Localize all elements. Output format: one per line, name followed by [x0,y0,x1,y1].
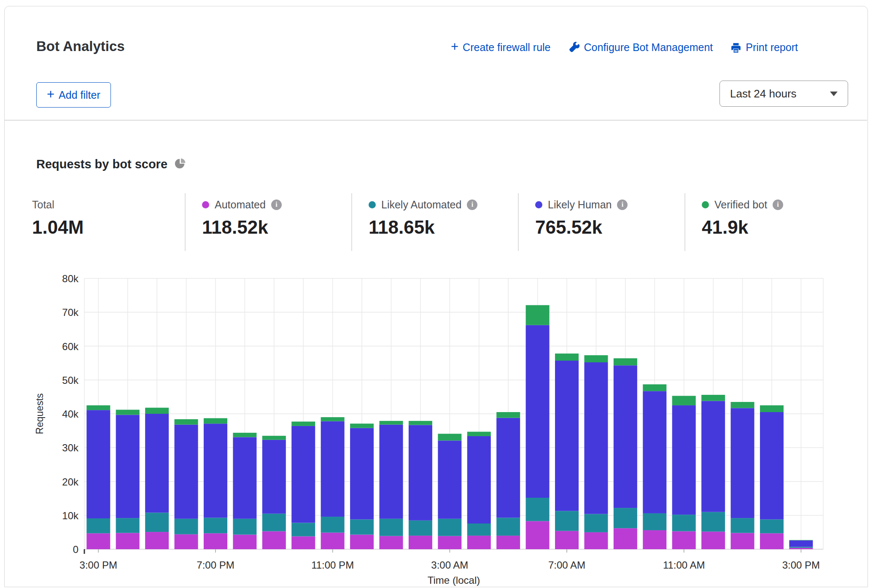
bar-segment-verified-bot[interactable] [409,421,432,425]
bar-segment-verified-bot[interactable] [204,418,227,423]
bar-segment-verified-bot[interactable] [467,432,491,436]
bar-segment-verified-bot[interactable] [262,436,286,440]
time-range-select[interactable]: Last 24 hours [719,81,848,107]
bar-segment-likely-automated[interactable] [291,523,315,536]
bar-segment-automated[interactable] [496,536,520,549]
bar-segment-verified-bot[interactable] [760,405,784,412]
bar-segment-verified-bot[interactable] [789,540,813,540]
bar-segment-verified-bot[interactable] [526,305,550,325]
configure-bot-management-link[interactable]: Configure Bot Management [569,41,713,54]
bar-segment-verified-bot[interactable] [731,402,754,408]
bar-segment-verified-bot[interactable] [291,421,315,426]
bar-segment-automated[interactable] [233,534,256,549]
bar-segment-likely-automated[interactable] [496,518,520,536]
bar-segment-likely-automated[interactable] [233,519,256,535]
info-icon[interactable]: i [617,200,628,210]
info-icon[interactable]: i [467,200,477,210]
bar-segment-likely-human[interactable] [614,365,637,508]
bar-segment-likely-automated[interactable] [701,512,725,532]
bar-segment-automated[interactable] [291,537,315,549]
bar-segment-likely-automated[interactable] [380,519,403,536]
bar-segment-likely-human[interactable] [643,391,666,513]
bar-segment-automated[interactable] [438,536,461,549]
bar-segment-likely-human[interactable] [321,421,345,517]
bar-segment-automated[interactable] [467,536,491,549]
bar-segment-likely-human[interactable] [145,414,169,512]
bar-segment-automated[interactable] [145,532,169,549]
bar-segment-automated[interactable] [555,531,579,549]
bar-segment-automated[interactable] [526,521,550,549]
bar-segment-automated[interactable] [643,530,666,549]
bar-segment-verified-bot[interactable] [350,423,374,428]
bar-segment-automated[interactable] [350,534,374,549]
print-report-link[interactable]: Print report [730,41,798,54]
bar-segment-likely-human[interactable] [233,437,256,518]
bar-segment-automated[interactable] [584,532,608,549]
bar-segment-likely-automated[interactable] [672,515,696,531]
bar-segment-automated[interactable] [262,531,286,549]
bar-segment-verified-bot[interactable] [701,395,725,401]
bar-segment-automated[interactable] [380,536,403,549]
bar-segment-likely-automated[interactable] [175,519,198,534]
bar-segment-likely-human[interactable] [760,412,784,519]
bar-segment-automated[interactable] [701,531,725,549]
bar-segment-verified-bot[interactable] [380,421,403,425]
bar-segment-automated[interactable] [614,528,637,549]
bar-segment-likely-automated[interactable] [614,508,637,528]
bar-segment-likely-automated[interactable] [86,518,110,533]
bar-segment-likely-human[interactable] [350,428,374,520]
add-filter-button[interactable]: + Add filter [36,82,111,108]
bar-segment-likely-automated[interactable] [760,519,784,533]
bar-segment-likely-human[interactable] [438,440,461,518]
bar-segment-likely-automated[interactable] [262,514,286,531]
bar-segment-verified-bot[interactable] [584,355,608,362]
bar-segment-automated[interactable] [321,533,345,549]
bar-segment-likely-human[interactable] [555,361,579,511]
bar-segment-likely-automated[interactable] [526,498,550,521]
bar-segment-likely-automated[interactable] [731,518,754,533]
bar-segment-verified-bot[interactable] [145,408,169,414]
bar-segment-likely-automated[interactable] [555,511,579,531]
bar-segment-likely-human[interactable] [262,440,286,514]
bar-segment-verified-bot[interactable] [643,384,666,391]
bar-segment-likely-human[interactable] [701,401,725,512]
bar-segment-verified-bot[interactable] [86,405,110,410]
bar-segment-likely-human[interactable] [731,408,754,518]
bar-segment-likely-human[interactable] [496,418,520,518]
bar-segment-likely-human[interactable] [380,425,403,519]
bar-segment-automated[interactable] [409,536,432,549]
bar-segment-verified-bot[interactable] [496,412,520,418]
bar-segment-automated[interactable] [760,533,784,549]
bar-segment-likely-human[interactable] [204,423,227,518]
bar-segment-automated[interactable] [116,533,140,549]
bar-segment-likely-automated[interactable] [116,518,140,533]
bar-segment-automated[interactable] [672,531,696,549]
bar-segment-verified-bot[interactable] [614,358,637,365]
bar-segment-likely-automated[interactable] [204,518,227,533]
bar-segment-likely-automated[interactable] [438,519,461,536]
bar-segment-likely-automated[interactable] [145,512,169,532]
bar-segment-verified-bot[interactable] [672,396,696,405]
bar-segment-automated[interactable] [789,548,813,549]
bar-segment-likely-human[interactable] [116,415,140,518]
bar-segment-automated[interactable] [731,533,754,549]
create-firewall-rule-link[interactable]: + Create firewall rule [451,41,551,54]
bar-segment-verified-bot[interactable] [555,353,579,361]
bar-segment-likely-automated[interactable] [584,514,608,532]
bar-segment-likely-human[interactable] [175,425,198,519]
bar-segment-likely-human[interactable] [526,325,550,498]
info-icon[interactable]: i [773,200,783,210]
bar-segment-likely-human[interactable] [672,405,696,515]
bar-segment-likely-automated[interactable] [467,523,491,536]
bar-segment-verified-bot[interactable] [116,410,140,415]
bar-segment-verified-bot[interactable] [175,419,198,425]
bar-segment-likely-human[interactable] [86,410,110,518]
bar-segment-verified-bot[interactable] [321,417,345,421]
bar-segment-likely-human[interactable] [584,362,608,514]
info-icon[interactable]: i [271,200,282,210]
bar-segment-likely-automated[interactable] [409,521,432,536]
bar-segment-likely-human[interactable] [291,426,315,523]
bar-segment-likely-automated[interactable] [789,547,813,548]
bar-segment-automated[interactable] [175,534,198,549]
bar-segment-likely-human[interactable] [789,540,813,547]
